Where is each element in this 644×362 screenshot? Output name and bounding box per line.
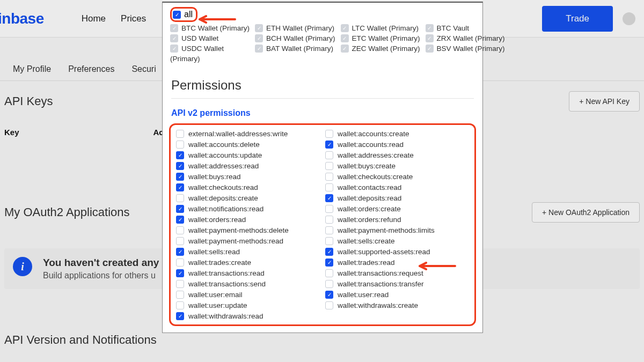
permission-item[interactable]: ✓wallet:orders:read [176, 214, 320, 225]
checkbox-checked-icon[interactable]: ✓ [255, 34, 263, 42]
tab-preferences[interactable]: Preferences [68, 64, 114, 74]
checkbox-unchecked-icon[interactable] [176, 237, 184, 245]
checkbox-unchecked-icon[interactable] [176, 258, 184, 267]
checkbox-checked-icon[interactable]: ✓ [176, 205, 184, 213]
checkbox-unchecked-icon[interactable] [325, 269, 333, 277]
new-oauth-app-button[interactable]: + New OAuth2 Application [532, 202, 640, 223]
permission-item[interactable]: wallet:user:email [176, 289, 320, 300]
permission-item[interactable]: wallet:accounts:delete [176, 139, 320, 150]
permission-item[interactable]: wallet:transactions:request [325, 268, 469, 278]
account-item[interactable]: ✓ZRX Wallet (Primary) [426, 34, 505, 42]
account-all[interactable]: ✓ all [170, 7, 197, 22]
checkbox-checked-icon[interactable]: ✓ [255, 45, 263, 53]
permission-item[interactable]: wallet:transactions:transfer [325, 278, 469, 289]
permission-item[interactable]: wallet:user:update [176, 300, 320, 311]
account-item[interactable]: ✓LTC Wallet (Primary) [341, 24, 420, 32]
checkbox-unchecked-icon[interactable] [325, 226, 333, 234]
avatar[interactable] [623, 12, 635, 25]
permission-item[interactable]: wallet:addresses:create [325, 150, 469, 160]
checkbox-checked-icon[interactable]: ✓ [341, 34, 349, 42]
checkbox-unchecked-icon[interactable] [325, 301, 333, 309]
checkbox-unchecked-icon[interactable] [325, 216, 333, 224]
permission-item[interactable]: ✓wallet:trades:read [325, 257, 469, 268]
checkbox-checked-icon[interactable]: ✓ [325, 248, 333, 256]
permission-item[interactable]: ✓wallet:accounts:update [176, 150, 320, 160]
checkbox-checked-icon[interactable]: ✓ [170, 24, 178, 32]
checkbox-checked-icon[interactable]: ✓ [325, 258, 333, 267]
checkbox-unchecked-icon[interactable] [176, 291, 184, 299]
permission-item[interactable]: wallet:sells:create [325, 235, 469, 246]
checkbox-checked-icon[interactable]: ✓ [255, 24, 263, 32]
checkbox-unchecked-icon[interactable] [325, 130, 333, 138]
checkbox-checked-icon[interactable]: ✓ [325, 141, 333, 149]
checkbox-checked-icon[interactable]: ✓ [176, 216, 184, 224]
checkbox-checked-icon[interactable]: ✓ [341, 24, 349, 32]
checkbox-checked-icon[interactable]: ✓ [426, 24, 434, 32]
account-item[interactable]: ✓USDC Wallet [170, 45, 250, 53]
permission-item[interactable]: wallet:transactions:send [176, 278, 320, 289]
checkbox-unchecked-icon[interactable] [325, 237, 333, 245]
checkbox-unchecked-icon[interactable] [325, 183, 333, 191]
account-item[interactable]: ✓BTC Vault [426, 24, 505, 32]
checkbox-checked-icon[interactable]: ✓ [176, 162, 184, 170]
checkbox-unchecked-icon[interactable] [325, 280, 333, 288]
checkbox-unchecked-icon[interactable] [325, 151, 333, 159]
permission-item[interactable]: ✓wallet:deposits:read [325, 193, 469, 203]
checkbox-unchecked-icon[interactable] [325, 162, 333, 170]
account-item[interactable]: ✓ETC Wallet (Primary) [341, 34, 420, 42]
checkbox-checked-icon[interactable]: ✓ [176, 151, 184, 159]
new-api-key-button[interactable]: + New API Key [569, 91, 640, 112]
nav-prices[interactable]: Prices [121, 13, 146, 24]
account-item[interactable]: ✓BTC Wallet (Primary) [170, 24, 250, 32]
account-item[interactable]: ✓BSV Wallet (Primary) [426, 45, 505, 53]
account-item[interactable]: ✓ETH Wallet (Primary) [255, 24, 335, 32]
checkbox-checked-icon[interactable]: ✓ [176, 173, 184, 181]
checkbox-unchecked-icon[interactable] [176, 301, 184, 309]
checkbox-unchecked-icon[interactable] [176, 280, 184, 288]
checkbox-checked-icon[interactable]: ✓ [325, 291, 333, 299]
checkbox-checked-icon[interactable]: ✓ [325, 194, 333, 202]
permission-item[interactable]: wallet:accounts:create [325, 128, 469, 139]
permission-item[interactable]: ✓wallet:supported-assets:read [325, 246, 469, 257]
permission-item[interactable]: wallet:checkouts:create [325, 171, 469, 182]
permission-item[interactable]: wallet:payment-methods:limits [325, 225, 469, 235]
permission-item[interactable]: wallet:trades:create [176, 257, 320, 268]
permission-item[interactable]: wallet:contacts:read [325, 182, 469, 193]
checkbox-unchecked-icon[interactable] [176, 194, 184, 202]
checkbox-unchecked-icon[interactable] [325, 205, 333, 213]
checkbox-checked-icon[interactable]: ✓ [173, 11, 181, 19]
permission-item[interactable]: wallet:buys:create [325, 160, 469, 171]
permission-item[interactable]: ✓wallet:withdrawals:read [176, 311, 320, 321]
checkbox-unchecked-icon[interactable] [176, 226, 184, 234]
checkbox-unchecked-icon[interactable] [176, 141, 184, 149]
account-item[interactable]: ✓BCH Wallet (Primary) [255, 34, 335, 42]
permission-item[interactable]: ✓wallet:addresses:read [176, 160, 320, 171]
permission-item[interactable]: ✓wallet:user:read [325, 289, 469, 300]
tab-security[interactable]: Securi [131, 64, 156, 74]
permission-item[interactable]: external:wallet-addresses:write [176, 128, 320, 139]
checkbox-checked-icon[interactable]: ✓ [176, 312, 184, 320]
permission-item[interactable]: wallet:deposits:create [176, 193, 320, 203]
checkbox-checked-icon[interactable]: ✓ [341, 45, 349, 53]
trade-button[interactable]: Trade [542, 6, 613, 32]
account-item[interactable]: ✓ZEC Wallet (Primary) [341, 45, 420, 53]
permission-item[interactable]: wallet:orders:create [325, 203, 469, 214]
permission-item[interactable]: wallet:payment-methods:delete [176, 225, 320, 235]
permission-item[interactable]: ✓wallet:buys:read [176, 171, 320, 182]
checkbox-checked-icon[interactable]: ✓ [426, 45, 434, 53]
checkbox-unchecked-icon[interactable] [176, 130, 184, 138]
permission-item[interactable]: ✓wallet:transactions:read [176, 268, 320, 278]
checkbox-checked-icon[interactable]: ✓ [426, 34, 434, 42]
checkbox-unchecked-icon[interactable] [325, 173, 333, 181]
permission-item[interactable]: wallet:payment-methods:read [176, 235, 320, 246]
permission-item[interactable]: ✓wallet:checkouts:read [176, 182, 320, 193]
permission-item[interactable]: wallet:withdrawals:create [325, 300, 469, 311]
account-item[interactable]: ✓BAT Wallet (Primary) [255, 45, 335, 53]
checkbox-checked-icon[interactable]: ✓ [170, 34, 178, 42]
permission-item[interactable]: ✓wallet:accounts:read [325, 139, 469, 150]
nav-home[interactable]: Home [82, 13, 106, 24]
permission-item[interactable]: wallet:orders:refund [325, 214, 469, 225]
checkbox-checked-icon[interactable]: ✓ [176, 269, 184, 277]
permission-item[interactable]: ✓wallet:notifications:read [176, 203, 320, 214]
checkbox-checked-icon[interactable]: ✓ [176, 248, 184, 256]
